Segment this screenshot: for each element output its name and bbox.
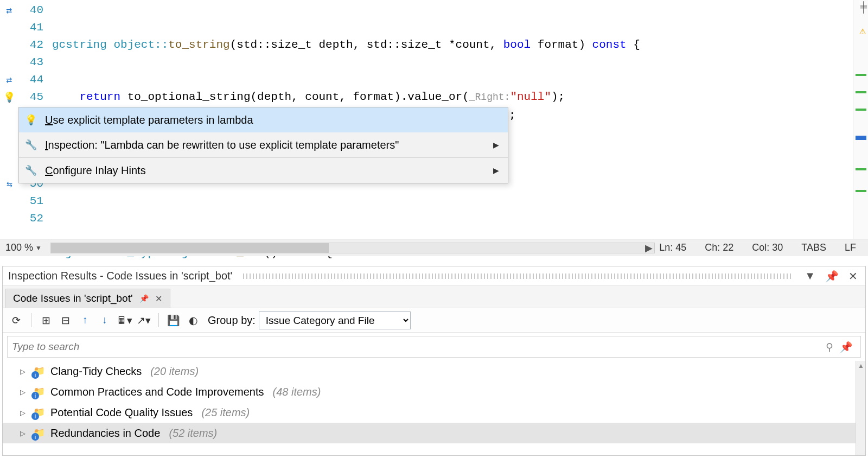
- wrench-icon: 🔧: [24, 164, 37, 176]
- folder-icon: 📁: [33, 427, 45, 439]
- refresh-button[interactable]: ⟳: [8, 314, 24, 327]
- prev-button[interactable]: ↑: [77, 314, 93, 326]
- chevron-down-icon[interactable]: ▼: [35, 244, 42, 252]
- category-count: (25 items): [201, 406, 250, 419]
- panel-tab[interactable]: Code Issues in 'script_bot' 📌 ✕: [5, 289, 170, 308]
- menu-item-label: Inspection: "Lambda can be rewritten to …: [45, 139, 486, 151]
- warning-icon[interactable]: ⚠: [859, 24, 866, 37]
- marker[interactable]: [856, 91, 866, 93]
- category-label: Clang-Tidy Checks: [50, 365, 142, 378]
- export-button[interactable]: ↗▾: [136, 314, 152, 327]
- panel-title: Inspection Results - Code Issues in 'scr…: [8, 270, 232, 282]
- search-options-icon[interactable]: ⚲: [822, 341, 837, 353]
- status-col[interactable]: Col: 30: [752, 242, 783, 253]
- category-count: (52 items): [169, 427, 217, 440]
- quickfix-popup[interactable]: 💡 Use explicit template parameters in la…: [18, 107, 508, 183]
- menu-item-use-explicit-template[interactable]: 💡 Use explicit template parameters in la…: [19, 107, 508, 132]
- scrollbar-thumb[interactable]: [51, 243, 329, 253]
- code-text: (std::size_t depth, std::size_t *count,: [230, 39, 503, 51]
- save-button[interactable]: 💾: [165, 314, 182, 327]
- menu-item-inspection[interactable]: 🔧 Inspection: "Lambda can be rewritten t…: [19, 132, 508, 157]
- folder-icon: 📁: [33, 365, 45, 377]
- lightbulb-icon: 💡: [25, 114, 37, 126]
- inspection-results-panel: Inspection Results - Code Issues in 'scr…: [2, 266, 866, 456]
- filter-button[interactable]: ◐: [185, 314, 201, 327]
- expand-icon[interactable]: ▷: [20, 409, 28, 417]
- tree-category[interactable]: ▷ 📁 Redundancies in Code (52 items): [3, 423, 865, 443]
- pin-icon[interactable]: 📌: [837, 341, 856, 353]
- folder-icon: 📁: [33, 386, 45, 398]
- code-text: format): [531, 39, 592, 51]
- code-text: const: [592, 39, 627, 51]
- code-text: gcstring: [52, 39, 113, 51]
- override-icon[interactable]: ⇄: [7, 178, 12, 190]
- marker[interactable]: [856, 190, 866, 192]
- close-icon[interactable]: ✕: [155, 294, 162, 304]
- code-text: {: [627, 39, 640, 51]
- category-label: Redundancies in Code: [50, 427, 160, 440]
- override-icon[interactable]: ⇄: [7, 74, 12, 86]
- split-handle-icon[interactable]: ╪: [860, 1, 867, 14]
- inlay-hint: _Right:: [469, 92, 510, 103]
- search-input[interactable]: [12, 341, 822, 353]
- error-stripe[interactable]: ╪ ⚠: [853, 0, 868, 239]
- panel-tabbar: Code Issues in 'script_bot' 📌 ✕: [3, 286, 865, 308]
- menu-item-label: Configure Inlay Hints: [45, 164, 486, 177]
- expand-icon[interactable]: ▷: [20, 388, 28, 396]
- code-text: bool: [503, 39, 531, 51]
- collapse-all-button[interactable]: ⊟: [58, 314, 74, 327]
- category-count: (48 items): [273, 386, 321, 398]
- marker[interactable]: [856, 74, 866, 76]
- tree-category[interactable]: ▷ 📁 Clang-Tidy Checks (20 items): [3, 361, 865, 381]
- scroll-up-icon[interactable]: ▲: [858, 362, 864, 370]
- marker[interactable]: [856, 136, 866, 140]
- code-text: );: [551, 91, 565, 103]
- tab-label: Code Issues in 'script_bot': [13, 292, 133, 304]
- pin-icon[interactable]: 📌: [823, 270, 841, 283]
- status-tabs[interactable]: TABS: [801, 242, 826, 253]
- lightbulb-icon[interactable]: 💡: [3, 91, 15, 103]
- panel-grip[interactable]: [243, 273, 792, 279]
- category-label: Potential Code Quality Issues: [50, 406, 193, 419]
- code-text: to_string: [168, 39, 229, 51]
- status-line[interactable]: Ln: 45: [659, 242, 686, 253]
- scroll-right-icon[interactable]: ▶: [643, 243, 654, 253]
- folder-icon: 📁: [33, 406, 45, 418]
- submenu-arrow-icon: ▶: [493, 166, 499, 175]
- wrench-icon: 🔧: [24, 139, 37, 151]
- gutter: ⇄ ⇄ 💡 ⇄: [0, 0, 18, 239]
- code-text: to_optional_string(depth, count, format)…: [120, 91, 469, 103]
- menu-item-configure-hints[interactable]: 🔧 Configure Inlay Hints ▶: [19, 158, 508, 183]
- expand-icon[interactable]: ▷: [20, 429, 28, 437]
- next-button[interactable]: ↓: [97, 314, 113, 326]
- status-char[interactable]: Ch: 22: [705, 242, 733, 253]
- horizontal-scrollbar[interactable]: ◀ ▶: [50, 243, 655, 253]
- group-by-label: Group by:: [208, 314, 256, 327]
- category-label: Common Practices and Code Improvements: [50, 386, 264, 398]
- issues-tree[interactable]: ▷ 📁 Clang-Tidy Checks (20 items) ▷ 📁 Com…: [3, 361, 865, 455]
- pin-icon[interactable]: 📌: [139, 294, 149, 303]
- group-by-select[interactable]: Issue Category and File: [259, 311, 411, 329]
- submenu-arrow-icon: ▶: [493, 141, 499, 149]
- marker[interactable]: [856, 109, 866, 111]
- zoom-control[interactable]: 100 % ▼: [0, 242, 46, 253]
- code-text: "null": [510, 91, 551, 103]
- panel-menu-icon[interactable]: ▼: [802, 270, 818, 282]
- marker[interactable]: [856, 168, 866, 170]
- code-text: object::: [113, 39, 168, 51]
- editor-statusbar: 100 % ▼ ◀ ▶ Ln: 45 Ch: 22 Col: 30 TABS L…: [0, 239, 868, 256]
- close-icon[interactable]: ✕: [846, 270, 860, 283]
- vertical-scrollbar[interactable]: ▲: [856, 361, 865, 455]
- panel-toolbar: ⟳ ⊞ ⊟ ↑ ↓ 🖩▾ ↗▾ 💾 ◐ Group by: Issue Cate…: [3, 308, 865, 333]
- panel-titlebar[interactable]: Inspection Results - Code Issues in 'scr…: [3, 266, 865, 286]
- tree-category[interactable]: ▷ 📁 Potential Code Quality Issues (25 it…: [3, 402, 865, 423]
- code-text: return: [79, 91, 120, 103]
- tree-category[interactable]: ▷ 📁 Common Practices and Code Improvemen…: [3, 381, 865, 402]
- zoom-value: 100 %: [5, 242, 33, 253]
- search-bar[interactable]: ⚲ 📌: [7, 336, 861, 358]
- override-icon[interactable]: ⇄: [7, 4, 12, 16]
- expand-all-button[interactable]: ⊞: [38, 314, 54, 327]
- settings-button[interactable]: 🖩▾: [116, 314, 132, 327]
- status-lineending[interactable]: LF: [845, 242, 856, 253]
- expand-icon[interactable]: ▷: [20, 367, 28, 376]
